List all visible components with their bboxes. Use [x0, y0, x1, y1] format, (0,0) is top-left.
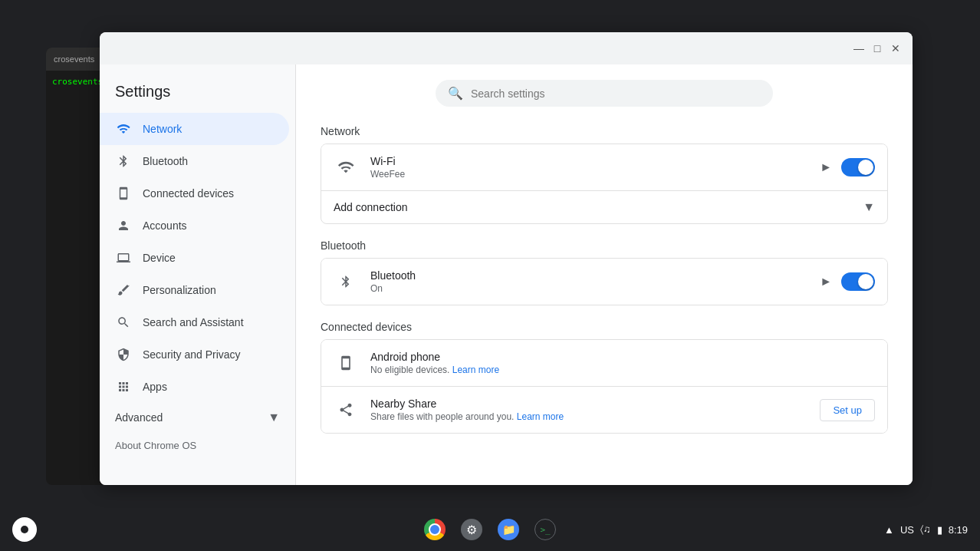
sidebar-label-device: Device — [143, 252, 176, 264]
taskbar-items: ⚙ 📁 >_ — [418, 513, 562, 546]
sidebar-label-security: Security and Privacy — [143, 348, 241, 361]
chrome-taskbar-item[interactable] — [418, 513, 452, 546]
android-phone-sub: No eligible devices. Learn more — [370, 365, 875, 375]
terminal-taskbar-item[interactable]: >_ — [528, 513, 562, 546]
wifi-icon — [115, 120, 132, 137]
sidebar-item-connected-devices[interactable]: Connected devices — [100, 177, 289, 210]
connected-devices-section-title: Connected devices — [321, 321, 888, 333]
taskbar-us-label: US — [900, 524, 914, 536]
sidebar-about[interactable]: About Chrome OS — [100, 432, 295, 459]
content-area: 🔍 Network Wi-Fi WeeFee ► — [296, 64, 913, 485]
wifi-ssid: WeeFee — [370, 169, 820, 180]
sidebar-item-bluetooth[interactable]: Bluetooth — [100, 145, 289, 177]
wifi-status-icon: 〈♫ — [920, 523, 931, 536]
add-connection-item[interactable]: Add connection ▼ — [321, 191, 887, 223]
taskbar: ⚙ 📁 >_ ▲ US 〈♫ ▮ 8:19 — [0, 508, 980, 551]
bluetooth-info: Bluetooth On — [370, 269, 820, 294]
network-section-title: Network — [321, 125, 888, 137]
network-card: Wi-Fi WeeFee ► Add connection ▼ — [321, 144, 888, 224]
android-phone-learn-more[interactable]: Learn more — [452, 365, 499, 375]
sidebar-item-security[interactable]: Security and Privacy — [100, 338, 289, 371]
launcher-button[interactable] — [12, 517, 37, 542]
bluetooth-status: On — [370, 283, 820, 294]
wifi-controls: ► — [820, 158, 875, 177]
nearby-share-sub-text: Share files with people around you. — [370, 411, 514, 422]
wifi-item[interactable]: Wi-Fi WeeFee ► — [321, 144, 887, 191]
wifi-chevron-icon: ► — [820, 160, 832, 174]
sidebar: Settings Network Bluetooth Connected dev… — [100, 64, 296, 485]
chevron-down-icon: ▼ — [268, 411, 280, 424]
wifi-info: Wi-Fi WeeFee — [370, 155, 820, 180]
bluetooth-toggle-knob — [858, 274, 873, 289]
bluetooth-toggle[interactable] — [841, 272, 875, 291]
bluetooth-card: Bluetooth On ► — [321, 258, 888, 305]
files-icon: 📁 — [498, 519, 519, 540]
sidebar-label-personalization: Personalization — [143, 284, 216, 296]
wifi-item-icon — [334, 155, 358, 180]
bluetooth-title: Bluetooth — [370, 269, 820, 282]
brush-icon — [115, 282, 132, 299]
nearby-share-sub: Share files with people around you. Lear… — [370, 411, 820, 422]
titlebar: — □ ✕ — [100, 32, 913, 64]
wifi-title: Wi-Fi — [370, 155, 820, 167]
person-icon — [115, 217, 132, 234]
sidebar-label-search: Search and Assistant — [143, 316, 244, 328]
files-taskbar-item[interactable]: 📁 — [492, 513, 525, 546]
settings-window: — □ ✕ Settings Network Bluetooth — [100, 32, 913, 485]
add-connection-label: Add connection — [334, 201, 863, 213]
sidebar-label-bluetooth: Bluetooth — [143, 155, 188, 167]
search-input[interactable] — [471, 87, 761, 100]
minimize-button[interactable]: — — [851, 41, 867, 56]
sidebar-item-device[interactable]: Device — [100, 242, 289, 274]
laptop-icon — [115, 249, 132, 266]
sidebar-label-apps: Apps — [143, 381, 167, 393]
maximize-button[interactable]: □ — [870, 41, 885, 56]
connected-devices-card: Android phone No eligible devices. Learn… — [321, 339, 888, 434]
search-icon: 🔍 — [448, 86, 463, 101]
apps-icon — [115, 378, 132, 395]
nearby-share-icon — [334, 398, 358, 422]
taskbar-left — [12, 517, 37, 542]
taskbar-right: ▲ US 〈♫ ▮ 8:19 — [884, 523, 968, 536]
add-connection-chevron-icon: ▼ — [863, 200, 875, 214]
sidebar-title: Settings — [100, 77, 295, 113]
main-layout: Settings Network Bluetooth Connected dev… — [100, 64, 913, 485]
sidebar-item-accounts[interactable]: Accounts — [100, 210, 289, 242]
nearby-share-info: Nearby Share Share files with people aro… — [370, 398, 820, 422]
bluetooth-item-icon — [334, 269, 358, 294]
sidebar-item-network[interactable]: Network — [100, 113, 289, 145]
shield-icon — [115, 346, 132, 363]
sidebar-item-personalization[interactable]: Personalization — [100, 274, 289, 306]
launcher-dot-inner — [21, 526, 28, 533]
bluetooth-controls: ► — [820, 272, 875, 291]
sidebar-advanced-label: Advanced — [115, 411, 268, 424]
phone-icon — [115, 185, 132, 202]
nearby-share-learn-more[interactable]: Learn more — [517, 411, 564, 422]
search-circle-icon — [115, 314, 132, 331]
nearby-share-item: Nearby Share Share files with people aro… — [321, 387, 887, 433]
android-phone-icon — [334, 351, 358, 375]
sidebar-label-accounts: Accounts — [143, 219, 187, 232]
chrome-icon — [424, 519, 446, 540]
taskbar-time: 8:19 — [949, 524, 968, 536]
bluetooth-icon — [115, 153, 132, 170]
bluetooth-section-title: Bluetooth — [321, 239, 888, 252]
search-container: 🔍 — [321, 80, 888, 107]
android-phone-sub-text: No eligible devices. — [370, 365, 449, 375]
android-phone-info: Android phone No eligible devices. Learn… — [370, 351, 875, 375]
nearby-share-title: Nearby Share — [370, 398, 820, 410]
taskbar-system-tray[interactable]: ▲ — [884, 524, 894, 536]
android-phone-item: Android phone No eligible devices. Learn… — [321, 340, 887, 387]
close-button[interactable]: ✕ — [888, 41, 903, 56]
settings-taskbar-item[interactable]: ⚙ — [455, 513, 488, 546]
terminal-title: crosevents — [54, 54, 94, 64]
sidebar-advanced[interactable]: Advanced ▼ — [100, 403, 295, 432]
nearby-share-right: Set up — [820, 399, 875, 421]
sidebar-item-apps[interactable]: Apps — [100, 371, 289, 403]
sidebar-item-search[interactable]: Search and Assistant — [100, 306, 289, 338]
bluetooth-chevron-icon: ► — [820, 275, 832, 289]
set-up-button[interactable]: Set up — [820, 399, 875, 421]
wifi-toggle[interactable] — [841, 158, 875, 177]
android-phone-title: Android phone — [370, 351, 875, 363]
bluetooth-item[interactable]: Bluetooth On ► — [321, 259, 887, 305]
